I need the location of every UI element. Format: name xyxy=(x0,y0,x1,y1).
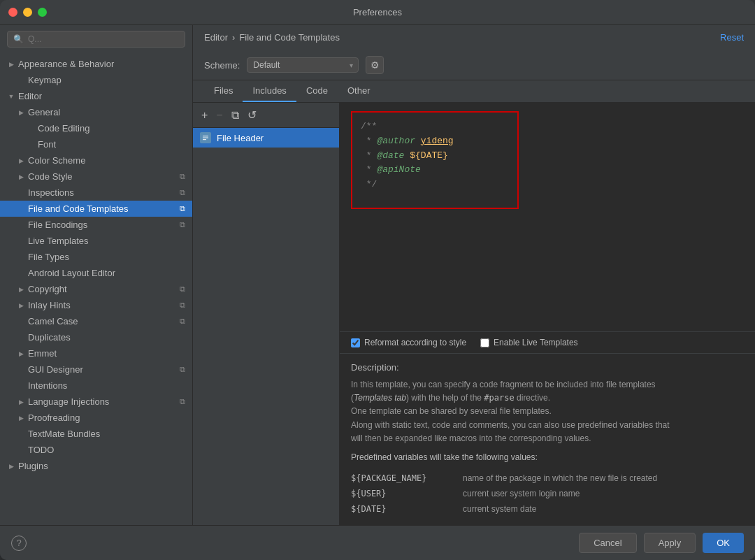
tab-includes[interactable]: Includes xyxy=(243,80,296,102)
sidebar-item-label: Camel Case xyxy=(28,316,78,326)
sidebar-item-copyright[interactable]: ▶ Copyright ⧉ xyxy=(0,281,192,297)
chevron-down-icon: ▼ xyxy=(7,93,15,100)
sidebar-item-label: Appearance & Behavior xyxy=(18,59,114,69)
sidebar-item-font[interactable]: Font xyxy=(0,136,192,152)
reset-template-button[interactable]: ↺ xyxy=(245,107,259,123)
sidebar-item-label: File and Code Templates xyxy=(28,203,129,214)
template-list: + − ⧉ ↺ xyxy=(193,103,340,525)
reformat-checkbox[interactable] xyxy=(351,338,360,347)
reformat-checkbox-label[interactable]: Reformat according to style xyxy=(351,338,466,347)
sidebar-item-label: Editor xyxy=(18,91,42,101)
description-title: Description: xyxy=(351,362,744,373)
sidebar-item-label: Inspections xyxy=(28,187,74,198)
ok-button[interactable]: OK xyxy=(703,533,744,553)
sidebar-item-general[interactable]: ▶ General xyxy=(0,104,192,120)
sidebar-item-label: File Types xyxy=(28,252,69,262)
sidebar-item-color-scheme[interactable]: ▶ Color Scheme xyxy=(0,152,192,168)
copy-icon: ⧉ xyxy=(180,317,185,326)
copy-template-button[interactable]: ⧉ xyxy=(229,108,242,123)
sidebar: 🔍 ▶ Appearance & Behavior Keymap ▼ Edito… xyxy=(0,25,193,525)
code-editor-inner[interactable]: /** * @author yideng * @date ${DATE} * @… xyxy=(351,111,519,209)
sidebar-item-label: Emmet xyxy=(28,348,57,359)
sidebar-item-code-style[interactable]: ▶ Code Style ⧉ xyxy=(0,168,192,185)
sidebar-item-label: Language Injections xyxy=(28,396,109,407)
sidebar-item-label: Font xyxy=(38,139,56,150)
sidebar-item-gui-designer[interactable]: GUI Designer ⧉ xyxy=(0,361,192,378)
copy-icon: ⧉ xyxy=(180,365,185,374)
sidebar-item-plugins[interactable]: ▶ Plugins xyxy=(0,458,192,474)
breadcrumb-separator: › xyxy=(232,32,235,43)
breadcrumb-current: File and Code Templates xyxy=(239,32,340,43)
right-panel: Editor › File and Code Templates Reset S… xyxy=(193,25,755,525)
var-desc-2: current system date xyxy=(463,501,744,517)
sidebar-item-android-layout[interactable]: Android Layout Editor xyxy=(0,265,192,281)
sidebar-item-intentions[interactable]: Intentions xyxy=(0,378,192,394)
sidebar-item-inlay-hints[interactable]: ▶ Inlay Hints ⧉ xyxy=(0,297,192,313)
breadcrumb: Editor › File and Code Templates xyxy=(204,32,340,43)
desc-text-4: Along with static text, code and comment… xyxy=(351,420,670,430)
add-template-button[interactable]: + xyxy=(199,108,210,123)
close-button[interactable] xyxy=(8,8,17,17)
code-line-1: /** xyxy=(361,120,509,134)
sidebar-item-keymap[interactable]: Keymap xyxy=(0,72,192,88)
template-file-icon xyxy=(200,132,211,143)
sidebar-item-duplicates[interactable]: Duplicates xyxy=(0,329,192,345)
sidebar-item-label: Inlay Hints xyxy=(28,300,71,310)
sidebar-item-label: Code Editing xyxy=(38,123,89,134)
sidebar-item-label: Code Style xyxy=(28,171,73,182)
sidebar-item-live-templates[interactable]: Live Templates xyxy=(0,233,192,249)
code-line-5: */ xyxy=(361,178,509,192)
sidebar-item-emmet[interactable]: ▶ Emmet xyxy=(0,345,192,361)
reformat-label: Reformat according to style xyxy=(364,338,466,347)
chevron-right-icon: ▶ xyxy=(17,173,25,180)
main-content: 🔍 ▶ Appearance & Behavior Keymap ▼ Edito… xyxy=(0,25,755,525)
sidebar-item-todo[interactable]: TODO xyxy=(0,442,192,458)
sidebar-item-label: Intentions xyxy=(28,380,67,391)
var-name-0: ${PACKAGE_NAME} xyxy=(351,471,463,486)
code-line-2: * @author yideng xyxy=(361,134,509,149)
sidebar-item-label: Keymap xyxy=(28,75,62,85)
sidebar-item-appearance[interactable]: ▶ Appearance & Behavior xyxy=(0,56,192,72)
desc-text-1: In this template, you can specify a code… xyxy=(351,380,656,389)
code-editor[interactable]: /** * @author yideng * @date ${DATE} * @… xyxy=(340,103,755,331)
svg-rect-3 xyxy=(203,139,206,140)
sidebar-item-file-code-templates[interactable]: File and Code Templates ⧉ xyxy=(0,201,192,217)
help-button[interactable]: ? xyxy=(11,536,27,551)
cancel-button[interactable]: Cancel xyxy=(579,533,636,553)
title-bar: Preferences xyxy=(0,0,755,25)
template-list-toolbar: + − ⧉ ↺ xyxy=(193,103,339,128)
remove-template-button[interactable]: − xyxy=(213,108,225,123)
apply-button[interactable]: Apply xyxy=(644,533,696,553)
minimize-button[interactable] xyxy=(23,8,32,17)
tab-files[interactable]: Files xyxy=(204,80,243,102)
sidebar-item-editor[interactable]: ▼ Editor xyxy=(0,88,192,104)
sidebar-item-file-types[interactable]: File Types xyxy=(0,249,192,265)
scheme-label: Scheme: xyxy=(204,60,240,71)
sidebar-tree: ▶ Appearance & Behavior Keymap ▼ Editor … xyxy=(0,53,192,525)
gear-button[interactable]: ⚙ xyxy=(366,56,384,74)
template-item-file-header[interactable]: File Header xyxy=(193,128,339,148)
live-templates-checkbox[interactable] xyxy=(480,338,489,347)
sidebar-item-label: Plugins xyxy=(18,461,48,471)
sidebar-item-label: TODO xyxy=(28,445,54,455)
live-templates-checkbox-label[interactable]: Enable Live Templates xyxy=(480,338,578,347)
search-input[interactable] xyxy=(28,34,179,44)
sidebar-item-camel-case[interactable]: Camel Case ⧉ xyxy=(0,313,192,329)
tab-other[interactable]: Other xyxy=(338,80,380,102)
predefined-label: Predefined variables will take the follo… xyxy=(351,452,744,462)
sidebar-item-proofreading[interactable]: ▶ Proofreading xyxy=(0,410,192,426)
scheme-select[interactable]: Default xyxy=(247,57,359,73)
sidebar-item-label: Color Scheme xyxy=(28,155,85,166)
sidebar-item-language-injections[interactable]: ▶ Language Injections ⧉ xyxy=(0,394,192,410)
reset-button[interactable]: Reset xyxy=(720,32,744,43)
maximize-button[interactable] xyxy=(38,8,47,17)
var-desc-0: name of the package in which the new fil… xyxy=(463,471,744,486)
sidebar-item-inspections[interactable]: Inspections ⧉ xyxy=(0,185,192,201)
search-box[interactable]: 🔍 xyxy=(7,31,185,48)
sidebar-item-file-encodings[interactable]: File Encodings ⧉ xyxy=(0,217,192,233)
template-area: + − ⧉ ↺ xyxy=(193,103,755,525)
sidebar-item-textmate-bundles[interactable]: TextMate Bundles xyxy=(0,426,192,442)
tab-code[interactable]: Code xyxy=(296,80,338,102)
sidebar-item-label: File Encodings xyxy=(28,220,87,230)
sidebar-item-code-editing[interactable]: Code Editing xyxy=(0,120,192,136)
